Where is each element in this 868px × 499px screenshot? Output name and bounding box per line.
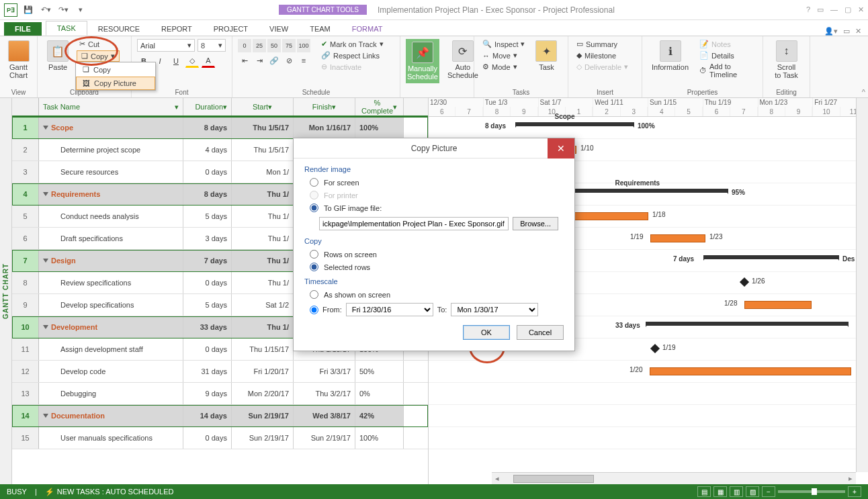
to-gif-radio[interactable] [310, 203, 318, 212]
view-gantt-icon[interactable]: ▤ [697, 486, 711, 497]
undo-icon[interactable]: ↶▾ [39, 3, 52, 17]
cell-start[interactable]: Mon 2/20/17 [232, 383, 294, 404]
user-icon[interactable]: 👤▾ [824, 27, 838, 36]
font-size-combo[interactable]: 8▾ [198, 39, 226, 52]
cell-start[interactable]: Thu 1/ [232, 183, 294, 205]
cell-start[interactable]: Thu 1/ [232, 272, 294, 293]
row-num[interactable]: 14 [12, 405, 39, 426]
maximize-icon[interactable]: ▢ [844, 5, 851, 14]
cell-finish[interactable]: Wed 3/8/17 [294, 405, 355, 426]
cell-pct[interactable]: 50% [355, 361, 404, 382]
collapse-icon[interactable] [43, 325, 48, 329]
cell-pct[interactable]: 0% [355, 383, 404, 404]
cell-name[interactable]: Requirements [39, 183, 183, 205]
copy-menu-copy[interactable]: ❏Copy [76, 62, 155, 77]
table-row[interactable]: 15User manuals specifications0 daysSun 2… [12, 427, 428, 449]
cell-start[interactable]: Sun 2/19/17 [232, 405, 294, 426]
row-num[interactable]: 10 [12, 316, 39, 338]
cell-name[interactable]: Conduct needs analysis [39, 206, 183, 227]
cell-start[interactable]: Thu 1/15/17 [232, 338, 294, 360]
link-button[interactable]: 🔗 [267, 54, 281, 67]
cell-start[interactable]: Mon 1/ [232, 161, 294, 183]
browse-button[interactable]: Browse... [513, 217, 558, 230]
collapse-icon[interactable] [43, 414, 48, 418]
row-num[interactable]: 13 [12, 383, 39, 404]
copy-menu-copy-picture[interactable]: 🖼Copy Picture [76, 77, 155, 90]
table-row[interactable]: 12Develop code31 daysFri 1/20/17Fri 3/3/… [12, 361, 428, 383]
selected-rows-radio[interactable] [310, 263, 318, 271]
row-num[interactable]: 9 [12, 294, 39, 316]
save-icon[interactable]: 💾 [21, 3, 35, 17]
paste-button[interactable]: 📋 Paste [43, 39, 73, 73]
cell-pct[interactable]: 100% [355, 427, 404, 449]
cell-name[interactable]: Debugging [39, 383, 183, 404]
add-timeline-button[interactable]: ⏱Add to Timeline [697, 62, 757, 79]
tab-format[interactable]: FORMAT [341, 22, 394, 36]
cell-name[interactable]: Determine project scope [39, 139, 183, 161]
table-row[interactable]: 14Documentation14 daysSun 2/19/17Wed 3/8… [12, 405, 428, 427]
milestone-button[interactable]: ◆Milestone [574, 50, 636, 60]
view-cal-icon[interactable]: ▥ [730, 486, 743, 497]
cell-start[interactable]: Thu 1/ [232, 250, 294, 271]
task-button[interactable]: ✦ Task [531, 39, 561, 73]
fill-color-button[interactable]: ◇ [185, 54, 199, 68]
col-start[interactable]: Start ▾ [232, 98, 294, 116]
gantt-chart-button[interactable]: Gantt Chart [5, 39, 32, 81]
row-num[interactable]: 15 [12, 427, 39, 449]
cell-duration[interactable]: 0 days [183, 338, 232, 360]
cut-button[interactable]: ✂Cut [77, 39, 120, 49]
cell-duration[interactable]: 0 days [183, 272, 232, 293]
outdent-button[interactable]: ⇤ [238, 54, 251, 67]
cell-duration[interactable]: 14 days [183, 405, 232, 426]
view-network-icon[interactable]: ▨ [746, 486, 759, 497]
chevron-down-icon[interactable]: ▾ [175, 103, 179, 111]
row-num[interactable]: 11 [12, 338, 39, 360]
font-name-combo[interactable]: Arial▾ [137, 39, 195, 52]
cell-name[interactable]: Secure resources [39, 161, 183, 183]
cancel-button[interactable]: Cancel [517, 325, 564, 340]
cell-duration[interactable]: 8 days [183, 183, 232, 205]
cell-name[interactable]: Review specifications [39, 272, 183, 293]
col-rownum[interactable] [12, 98, 39, 116]
pct-50-button[interactable]: 50 [267, 39, 281, 52]
row-num[interactable]: 12 [12, 361, 39, 382]
rows-on-screen-radio[interactable] [310, 250, 318, 259]
summary-button[interactable]: ▭Summary [574, 39, 636, 49]
cell-name[interactable]: Design [39, 250, 183, 271]
from-date-select[interactable]: Fri 12/30/16 [346, 303, 433, 316]
window-restore-icon[interactable]: ▭ [843, 27, 850, 36]
cell-name[interactable]: Develop specifications [39, 294, 183, 316]
row-num[interactable]: 4 [12, 183, 39, 205]
timeline-hscroll[interactable]: ◂ ▸ [492, 472, 856, 484]
collapse-icon[interactable] [43, 259, 48, 263]
as-shown-radio[interactable] [310, 290, 318, 299]
close-icon[interactable]: ✕ [858, 5, 864, 14]
tab-resource[interactable]: RESOURCE [87, 22, 150, 36]
collapse-icon[interactable] [43, 192, 48, 196]
window-close-icon[interactable]: ✕ [855, 27, 861, 36]
cell-duration[interactable]: 33 days [183, 316, 232, 338]
ribbon-minimize-icon[interactable]: ▭ [817, 5, 824, 14]
cell-duration[interactable]: 5 days [183, 206, 232, 227]
zoom-slider[interactable] [778, 490, 845, 493]
ok-button[interactable]: OK [463, 325, 510, 340]
from-radio[interactable] [310, 306, 318, 314]
task-bar[interactable] [744, 301, 812, 309]
zoom-out-icon[interactable]: − [762, 486, 775, 497]
redo-icon[interactable]: ↷▾ [56, 3, 70, 17]
tab-task[interactable]: TASK [46, 21, 87, 36]
details-button[interactable]: 📄Details [697, 50, 757, 60]
tab-project[interactable]: PROJECT [203, 22, 259, 36]
row-num[interactable]: 8 [12, 272, 39, 293]
cell-name[interactable]: Development [39, 316, 183, 338]
mode-button[interactable]: ⚙Mode ▾ [480, 62, 527, 72]
split-button[interactable]: ≡ [297, 54, 310, 67]
cell-name[interactable]: Develop code [39, 361, 183, 382]
scroll-right-icon[interactable]: ▸ [845, 473, 856, 484]
scroll-thumb[interactable] [513, 475, 594, 483]
to-date-select[interactable]: Mon 1/30/17 [451, 303, 538, 316]
scroll-left-icon[interactable]: ◂ [492, 473, 503, 484]
row-num[interactable]: 1 [12, 117, 39, 138]
cell-name[interactable]: Documentation [39, 405, 183, 426]
cell-pct[interactable]: 42% [355, 405, 404, 426]
